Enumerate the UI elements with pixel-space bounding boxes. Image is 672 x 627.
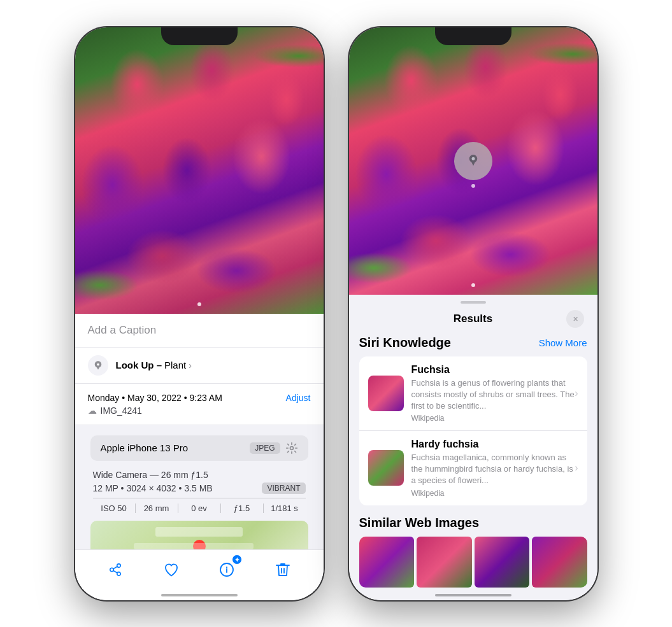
similar-images-row [359,537,587,588]
right-phone-notch [435,27,511,45]
share-button[interactable] [104,558,127,581]
delete-button[interactable] [271,558,294,581]
meta-date-row: Monday • May 30, 2022 • 9:23 AM Adjust [88,393,311,403]
phone-notch [161,27,238,45]
results-handle[interactable] [461,301,486,304]
info-sparkle-badge: ✦ [232,554,242,565]
exif-focal: 26 mm [136,504,178,513]
meta-date: Monday • May 30, 2022 • 9:23 AM [88,393,222,403]
right-page-dot [471,283,475,287]
knowledge-card: Fuchsia Fuchsia is a genus of flowering … [359,356,587,505]
hardy-desc: Fuchsia magellanica, commonly known as t… [411,452,578,487]
lookup-regular: Plant [164,360,186,370]
fuchsia-name: Fuchsia [411,364,578,376]
similar-img-1[interactable] [359,537,415,588]
gear-icon[interactable] [285,442,298,454]
similar-title: Similar Web Images [359,516,587,530]
hardy-text: Hardy fuchsia Fuchsia magellanica, commo… [411,439,578,498]
similar-img-2[interactable] [417,537,472,588]
results-content[interactable]: Siri Knowledge Show More Fuchsia Fuchsia… [349,335,597,600]
siri-knowledge-title: Siri Knowledge [359,335,451,350]
cloud-icon: ☁ [88,405,97,416]
page-dot [197,302,201,306]
knowledge-item-hardy[interactable]: Hardy fuchsia Fuchsia magellanica, commo… [359,431,587,505]
caption-placeholder[interactable]: Add a Caption [88,324,157,336]
exif-aperture: ƒ1.5 [221,504,264,513]
meta-filename: ☁ IMG_4241 [88,405,311,416]
caption-area[interactable]: Add a Caption [75,314,324,348]
hardy-chevron-icon: › [575,462,578,474]
similar-img-3[interactable] [475,537,530,588]
siri-visual-icon [88,355,108,376]
home-indicator [161,594,238,596]
camera-exif: ISO 50 26 mm 0 ev ƒ1.5 1/181 s [93,498,306,513]
results-panel: Results × Siri Knowledge Show More Fuc [349,295,597,600]
flower-image[interactable] [75,27,324,314]
format-badge: JPEG [250,442,280,454]
specs-text: 12 MP • 3024 × 4032 • 3.5 MB [93,483,213,493]
fuchsia-thumbnail [368,376,404,411]
hardy-source: Wikipedia [411,489,578,498]
results-title: Results [454,313,492,325]
svg-point-0 [97,363,99,365]
camera-details: Wide Camera — 26 mm ƒ1.5 12 MP • 3024 × … [83,466,316,518]
close-icon: × [573,314,578,324]
lookup-bold: Look Up – [116,360,162,370]
right-flower-image[interactable] [349,27,597,295]
right-phone: Results × Siri Knowledge Show More Fuc [349,27,597,600]
fuchsia-text: Fuchsia Fuchsia is a genus of flowering … [411,364,578,423]
fuchsia-source: Wikipedia [411,414,578,423]
results-close-button[interactable]: × [566,310,584,328]
similar-img-4[interactable] [532,537,587,588]
siri-dot [471,184,475,188]
similar-section: Similar Web Images [359,516,587,588]
hardy-name: Hardy fuchsia [411,439,578,450]
hardy-thumbnail [368,450,404,486]
camera-specs: 12 MP • 3024 × 4032 • 3.5 MB VIBRANT [93,483,306,494]
fuchsia-desc: Fuchsia is a genus of flowering plants t… [411,377,578,412]
exif-iso: ISO 50 [93,504,136,513]
info-button-wrapper: ✦ [215,558,238,581]
right-screen: Results × Siri Knowledge Show More Fuc [349,27,597,600]
camera-wide: Wide Camera — 26 mm ƒ1.5 [93,470,306,480]
camera-row: Apple iPhone 13 Pro JPEG [90,435,308,461]
vibrant-badge: VIBRANT [262,483,305,494]
filename-text: IMG_4241 [101,405,142,416]
siri-knowledge-header: Siri Knowledge Show More [359,335,587,350]
camera-badges: JPEG [250,442,297,454]
fuchsia-chevron-icon: › [575,388,578,399]
bottom-toolbar: ✦ [75,549,324,600]
svg-point-3 [471,157,475,160]
svg-point-1 [290,446,293,449]
lookup-text[interactable]: Look Up – Plant › [116,360,192,370]
left-phone: Add a Caption Look Up – Plant › Monday •… [75,27,324,600]
exif-ev: 0 ev [178,504,221,513]
camera-model: Apple iPhone 13 Pro [101,442,189,453]
show-more-button[interactable]: Show More [539,337,587,348]
left-screen: Add a Caption Look Up – Plant › Monday •… [75,27,324,600]
right-home-indicator [435,594,511,596]
exif-shutter: 1/181 s [264,504,306,513]
siri-visual-lookup-button[interactable] [454,142,492,180]
metadata-section: Monday • May 30, 2022 • 9:23 AM Adjust ☁… [75,384,324,425]
like-button[interactable] [160,558,183,581]
adjust-button[interactable]: Adjust [286,393,311,403]
results-header: Results × [349,307,597,335]
lookup-row[interactable]: Look Up – Plant › [75,348,324,384]
knowledge-item-fuchsia[interactable]: Fuchsia Fuchsia is a genus of flowering … [359,356,587,432]
lookup-chevron-icon: › [189,360,192,370]
